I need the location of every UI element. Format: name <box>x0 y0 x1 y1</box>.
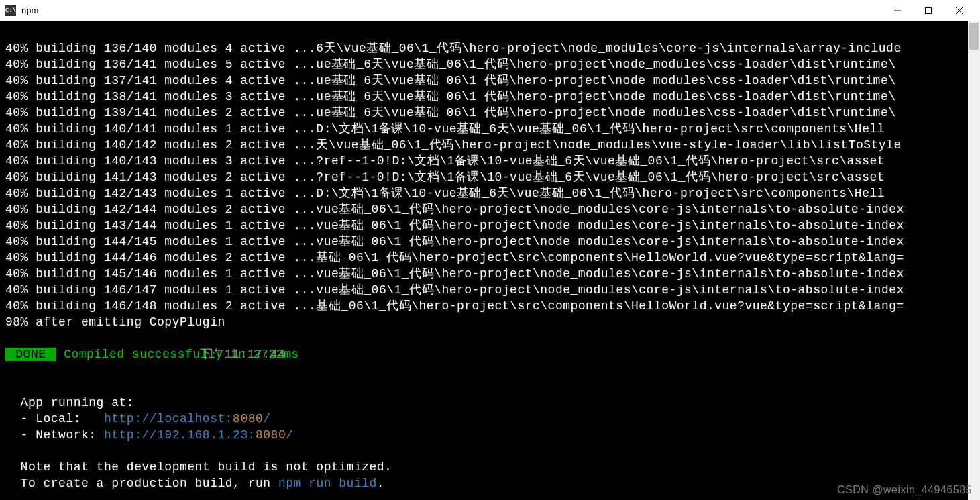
terminal-content: 40% building 136/140 modules 4 active ..… <box>5 40 975 491</box>
app-running-heading: App running at: <box>5 396 134 409</box>
build-line: 40% building 142/143 modules 1 active ..… <box>5 187 885 200</box>
terminal-output[interactable]: 40% building 136/140 modules 4 active ..… <box>0 21 980 500</box>
build-line: 40% building 144/145 modules 1 active ..… <box>5 235 904 248</box>
build-line: 40% building 140/143 modules 3 active ..… <box>5 154 885 168</box>
build-line: 40% building 138/141 modules 3 active ..… <box>5 90 896 103</box>
network-url-line: - Network: http://192.168.1.23:8080/ <box>5 428 294 442</box>
build-line: 40% building 136/141 modules 5 active ..… <box>5 58 896 71</box>
build-line: 40% building 146/148 modules 2 active ..… <box>5 299 904 313</box>
network-label: - Network: <box>5 428 104 442</box>
build-line: 40% building 145/146 modules 1 active ..… <box>5 267 904 281</box>
network-url[interactable]: http://192.168.1.23:8080/ <box>104 428 294 442</box>
build-line: 40% building 140/142 modules 2 active ..… <box>5 138 902 152</box>
compile-timestamp: 下午11:17:44 <box>200 346 285 362</box>
minimize-button[interactable] <box>882 0 913 21</box>
build-line: 40% building 141/143 modules 2 active ..… <box>5 170 885 184</box>
build-line: 40% building 136/140 modules 4 active ..… <box>5 42 902 55</box>
build-line: 40% building 143/144 modules 1 active ..… <box>5 219 904 232</box>
maximize-button[interactable] <box>913 0 944 21</box>
app-icon: C:\ <box>5 5 16 16</box>
scrollbar-thumb[interactable] <box>969 23 979 50</box>
build-line: 40% building 140/141 modules 1 active ..… <box>5 122 885 136</box>
close-button[interactable] <box>944 0 975 21</box>
window-controls <box>882 0 975 21</box>
vertical-scrollbar[interactable] <box>968 21 980 500</box>
build-line: 40% building 144/146 modules 2 active ..… <box>5 251 904 264</box>
npm-run-build-cmd: npm run build <box>278 477 377 490</box>
local-label: - Local: <box>5 412 104 426</box>
local-url-line: - Local: http://localhost:8080/ <box>5 412 271 426</box>
build-line: 40% building 139/141 modules 2 active ..… <box>5 106 896 119</box>
svg-rect-1 <box>926 7 932 13</box>
note-line-1: Note that the development build is not o… <box>5 460 392 474</box>
local-url[interactable]: http://localhost:8080/ <box>104 412 271 426</box>
build-line: 40% building 142/144 modules 2 active ..… <box>5 203 904 216</box>
window-titlebar: C:\ npm <box>0 0 980 21</box>
status-line: DONE Compiled successfully in 2722ms下午11… <box>5 348 298 361</box>
build-line: 40% building 137/141 modules 4 active ..… <box>5 74 896 87</box>
done-badge: DONE <box>5 348 56 361</box>
csdn-watermark: CSDN @weixin_44946585 <box>837 484 972 496</box>
build-line: 98% after emitting CopyPlugin <box>5 315 225 329</box>
build-line: 40% building 146/147 modules 1 active ..… <box>5 283 904 297</box>
window-title: npm <box>21 5 882 15</box>
note-line-2: To create a production build, run npm ru… <box>5 477 384 490</box>
